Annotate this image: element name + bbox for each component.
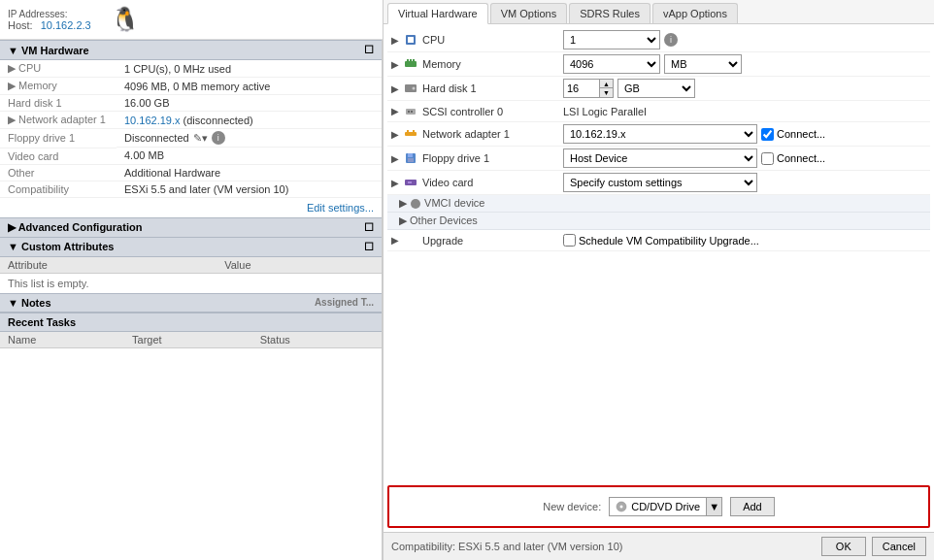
notes-header: ▼ Notes Assigned T... — [0, 293, 382, 313]
memory-select[interactable]: 409651210242048 — [563, 54, 660, 74]
notes-title: Notes — [21, 297, 51, 309]
host-label: Host: — [8, 19, 33, 31]
new-device-select-wrapper: CD/DVD Drive ▼ — [609, 497, 722, 516]
videocard-select[interactable]: Specify custom settings Auto-detect sett… — [563, 173, 757, 192]
memory-expand[interactable]: ▶ — [391, 59, 403, 70]
harddisk-unit-select[interactable]: GBMBTB — [617, 79, 695, 98]
tab-vm-options[interactable]: VM Options — [490, 3, 567, 23]
hw-row-memory: ▶ Memory 409651210242048 MBGB — [387, 52, 930, 77]
recent-tasks-header: Recent Tasks — [0, 313, 382, 332]
custom-attrs-table: Attribute Value This list is empty. — [0, 257, 382, 293]
other-devices-item[interactable]: ▶ Other Devices — [387, 213, 930, 230]
table-row: Other Additional Hardware — [0, 164, 382, 181]
hw-row-harddisk: ▶ Hard disk 1 ▲ ▼ GBMBTB — [387, 77, 930, 101]
table-row: Compatibility ESXi 5.5 and later (VM ver… — [0, 181, 382, 197]
svg-point-7 — [413, 87, 416, 90]
new-device-dropdown-btn[interactable]: ▼ — [706, 498, 721, 515]
recent-tasks-title: Recent Tasks — [8, 316, 76, 328]
floppy-edit-icon[interactable]: ✎▾ — [193, 132, 208, 145]
videocard-label: Video card — [422, 177, 563, 188]
table-row: Video card 4.00 MB — [0, 148, 382, 164]
vm-hardware-title: VM Hardware — [21, 45, 89, 56]
memory-label: Memory — [422, 58, 563, 70]
scsi-expand[interactable]: ▶ — [391, 106, 403, 116]
cpu-expand[interactable]: ▶ — [391, 35, 403, 46]
task-target-col: Target — [124, 332, 252, 348]
floppy-select[interactable]: Host Device — [563, 148, 757, 168]
svg-rect-12 — [407, 130, 409, 132]
harddisk-spinner-input[interactable] — [564, 80, 599, 97]
table-row: ▶ CPU 1 CPU(s), 0 MHz used — [0, 60, 382, 78]
scsi-value: LSI Logic Parallel — [563, 106, 647, 117]
upgrade-checkbox-label: Schedule VM Compatibility Upgrade... — [563, 234, 759, 247]
host-value: 10.162.2.3 — [41, 19, 91, 31]
cpu-icon — [403, 32, 418, 48]
svg-rect-15 — [408, 153, 413, 157]
hw-row-videocard: ▶ Video card Specify custom settings Aut… — [387, 171, 930, 195]
cpu-info-icon[interactable]: i — [664, 33, 678, 47]
netadapter-connect-label: Connect... — [761, 128, 825, 141]
hw-row-upgrade: ▶ Upgrade Schedule VM Compatibility Upgr… — [387, 230, 930, 251]
netadapter-icon — [403, 126, 418, 142]
hw-row-scsi: ▶ SCSI controller 0 LSI Logic Parallel — [387, 101, 930, 122]
harddisk-label: Hard disk 1 — [422, 82, 563, 94]
scsi-icon — [403, 104, 418, 119]
new-device-row: New device: CD/DVD Drive ▼ Add — [399, 497, 918, 516]
memory-icon — [403, 56, 418, 72]
floppy-connect-checkbox[interactable] — [761, 152, 774, 165]
hw-content: ▶ CPU 1248 i ▶ — [384, 24, 934, 481]
harddisk-spin-up[interactable]: ▲ — [600, 80, 613, 88]
tab-sdrs-rules[interactable]: SDRS Rules — [569, 3, 650, 23]
harddisk-icon — [403, 81, 418, 96]
harddisk-spin-down[interactable]: ▼ — [600, 88, 613, 97]
vmci-item[interactable]: ▶ VMCI device — [387, 195, 930, 213]
svg-rect-3 — [407, 59, 409, 61]
netadapter-controls: 10.162.19.x Connect... — [563, 124, 926, 144]
cancel-button[interactable]: Cancel — [872, 537, 926, 556]
linux-icon: 🐧 — [111, 6, 140, 33]
custom-attrs-header[interactable]: ▼ Custom Attributes ☐ — [0, 238, 382, 257]
bottom-buttons: OK Cancel — [821, 537, 926, 556]
videocard-expand[interactable]: ▶ — [391, 178, 403, 188]
vm-hardware-table: ▶ CPU 1 CPU(s), 0 MHz used ▶ Memory 4096… — [0, 60, 382, 198]
harddisk-spinner: ▲ ▼ — [563, 79, 614, 98]
floppy-info-icon[interactable]: i — [212, 131, 225, 145]
edit-settings-link[interactable]: Edit settings... — [0, 198, 382, 217]
hw-row-cpu: ▶ CPU 1248 i — [387, 28, 930, 52]
tab-virtual-hardware[interactable]: Virtual Hardware — [387, 3, 488, 24]
add-button[interactable]: Add — [730, 497, 775, 516]
cpu-select[interactable]: 1248 — [563, 30, 660, 49]
tabs-bar: Virtual Hardware VM Options SDRS Rules v… — [384, 0, 934, 24]
table-row: ▶ Memory 4096 MB, 0 MB memory active — [0, 78, 382, 95]
floppy-expand[interactable]: ▶ — [391, 153, 403, 164]
svg-rect-13 — [413, 130, 415, 132]
new-device-section: New device: CD/DVD Drive ▼ Add — [387, 485, 930, 528]
cpu-select-wrapper: 1248 — [563, 30, 660, 49]
floppy-label: Floppy drive 1 — [422, 152, 563, 164]
scsi-label: SCSI controller 0 — [422, 106, 563, 117]
hw-row-netadapter: ▶ Network adapter 1 10.162.19.x Connect.… — [387, 122, 930, 147]
netadapter-select[interactable]: 10.162.19.x — [563, 124, 757, 144]
netadapter-expand[interactable]: ▶ — [391, 129, 403, 140]
netadapter-connect-checkbox[interactable] — [761, 128, 774, 141]
new-device-label: New device: — [543, 501, 601, 512]
ok-button[interactable]: OK — [821, 537, 866, 556]
upgrade-checkbox[interactable] — [563, 234, 576, 247]
svg-rect-2 — [405, 61, 417, 67]
svg-rect-10 — [411, 111, 413, 113]
tasks-table: Name Target Status — [0, 332, 382, 348]
tab-vapp-options[interactable]: vApp Options — [652, 3, 738, 23]
svg-rect-11 — [405, 132, 417, 136]
svg-rect-5 — [413, 59, 415, 61]
floppy-icon — [403, 150, 418, 166]
floppy-controls: Host Device Connect... — [563, 148, 926, 168]
attr-col-header: Attribute — [0, 257, 217, 274]
memory-controls: 409651210242048 MBGB — [563, 54, 926, 74]
memory-unit-select[interactable]: MBGB — [664, 54, 742, 74]
task-name-col: Name — [0, 332, 124, 348]
vm-hardware-header: ▼ VM Hardware ☐ — [0, 40, 382, 60]
table-row: Floppy drive 1 Disconnected ✎▾ i — [0, 129, 382, 148]
harddisk-expand[interactable]: ▶ — [391, 83, 403, 94]
upgrade-expand[interactable]: ▶ — [391, 235, 403, 246]
advanced-config-header[interactable]: ▶ Advanced Configuration ☐ — [0, 217, 382, 238]
